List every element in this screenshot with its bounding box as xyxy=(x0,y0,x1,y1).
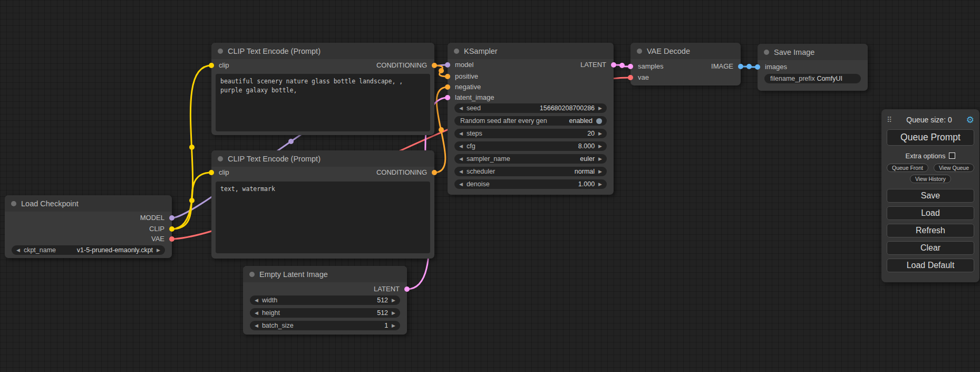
clip-slot-dot[interactable] xyxy=(169,226,174,232)
output-slot-vae[interactable]: VAE xyxy=(151,235,172,243)
clip-slot-dot[interactable] xyxy=(209,170,214,175)
load-default-button[interactable]: Load Default xyxy=(887,259,974,272)
latent-slot-dot[interactable] xyxy=(445,95,450,100)
negative-prompt-textarea[interactable]: text, watermark xyxy=(216,182,430,253)
height-widget[interactable]: ◀ height 512 ▶ xyxy=(250,308,400,318)
conditioning-slot-dot[interactable] xyxy=(432,170,437,175)
output-slot-conditioning[interactable]: CONDITIONING xyxy=(376,61,434,70)
node-title-bar[interactable]: VAE Decode xyxy=(630,43,741,59)
input-slot-positive[interactable]: positive xyxy=(448,72,478,81)
extra-options-checkbox[interactable] xyxy=(949,152,955,159)
output-slot-conditioning[interactable]: CONDITIONING xyxy=(376,168,434,177)
latent-slot-dot[interactable] xyxy=(404,287,410,292)
collapse-dot-icon[interactable] xyxy=(218,156,223,161)
decrement-arrow-icon[interactable]: ◀ xyxy=(255,298,258,303)
output-slot-image[interactable]: IMAGE xyxy=(711,62,741,71)
latent-slot-dot[interactable] xyxy=(628,64,633,69)
decrement-arrow-icon[interactable]: ◀ xyxy=(459,131,463,136)
width-widget[interactable]: ◀ width 512 ▶ xyxy=(250,295,400,305)
collapse-dot-icon[interactable] xyxy=(637,49,642,54)
output-slot-latent[interactable]: LATENT xyxy=(374,285,407,293)
prev-arrow-icon[interactable]: ◀ xyxy=(16,248,20,253)
node-title-bar[interactable]: KSampler xyxy=(448,43,614,59)
increment-arrow-icon[interactable]: ▶ xyxy=(392,298,395,303)
node-title-bar[interactable]: CLIP Text Encode (Prompt) xyxy=(211,150,434,167)
decrement-arrow-icon[interactable]: ◀ xyxy=(459,182,463,187)
filename-prefix-widget[interactable]: filename_prefix ComfyUI xyxy=(764,74,861,83)
image-slot-dot[interactable] xyxy=(738,64,743,69)
prev-arrow-icon[interactable]: ◀ xyxy=(459,157,463,161)
latent-slot-dot[interactable] xyxy=(611,62,616,68)
prev-arrow-icon[interactable]: ◀ xyxy=(459,169,463,174)
image-slot-dot[interactable] xyxy=(755,64,760,70)
node-clip-text-encode-positive[interactable]: CLIP Text Encode (Prompt) clip CONDITION… xyxy=(211,43,434,135)
increment-arrow-icon[interactable]: ▶ xyxy=(598,106,602,111)
decrement-arrow-icon[interactable]: ◀ xyxy=(255,323,258,328)
collapse-dot-icon[interactable] xyxy=(249,272,255,277)
node-title-bar[interactable]: Save Image xyxy=(758,44,868,60)
scheduler-widget[interactable]: ◀ scheduler normal ▶ xyxy=(454,167,607,176)
input-slot-latent-image[interactable]: latent_image xyxy=(448,93,494,102)
node-title-bar[interactable]: CLIP Text Encode (Prompt) xyxy=(211,43,434,59)
settings-gear-icon[interactable]: ⚙ xyxy=(966,116,974,125)
queue-front-button[interactable]: Queue Front xyxy=(887,164,928,172)
load-button[interactable]: Load xyxy=(887,206,974,220)
drag-handle-icon[interactable]: ⠿ xyxy=(887,116,892,124)
next-arrow-icon[interactable]: ▶ xyxy=(598,157,602,161)
cfg-widget[interactable]: ◀ cfg 8.000 ▶ xyxy=(454,141,607,151)
increment-arrow-icon[interactable]: ▶ xyxy=(392,323,395,328)
denoise-widget[interactable]: ◀ denoise 1.000 ▶ xyxy=(454,179,607,189)
input-slot-negative[interactable]: negative xyxy=(448,83,481,91)
input-slot-clip[interactable]: clip xyxy=(211,168,229,177)
node-title-bar[interactable]: Empty Latent Image xyxy=(243,266,407,282)
seed-widget[interactable]: ◀ seed 156680208700286 ▶ xyxy=(454,103,607,113)
increment-arrow-icon[interactable]: ▶ xyxy=(598,182,602,187)
node-empty-latent-image[interactable]: Empty Latent Image LATENT ◀ width 512 ▶ … xyxy=(243,266,407,335)
input-slot-vae[interactable]: vae xyxy=(630,73,649,82)
collapse-dot-icon[interactable] xyxy=(764,50,769,55)
node-title-bar[interactable]: Load Checkpoint xyxy=(5,195,172,212)
toggle-dot-icon[interactable] xyxy=(596,118,602,124)
input-slot-clip[interactable]: clip xyxy=(211,61,229,70)
output-slot-clip[interactable]: CLIP xyxy=(149,225,172,233)
ckpt-name-widget[interactable]: ◀ ckpt_name v1-5-pruned-emaonly.ckpt ▶ xyxy=(12,245,165,255)
clear-button[interactable]: Clear xyxy=(887,241,974,255)
conditioning-slot-dot[interactable] xyxy=(445,74,450,79)
input-slot-images[interactable]: images xyxy=(758,63,787,71)
queue-prompt-button[interactable]: Queue Prompt xyxy=(887,129,974,146)
output-slot-model[interactable]: MODEL xyxy=(140,214,172,222)
conditioning-slot-dot[interactable] xyxy=(432,63,437,68)
conditioning-slot-dot[interactable] xyxy=(445,84,450,90)
save-button[interactable]: Save xyxy=(887,189,974,203)
next-arrow-icon[interactable]: ▶ xyxy=(598,169,602,174)
view-history-button[interactable]: View History xyxy=(910,175,951,183)
node-save-image[interactable]: Save Image images filename_prefix ComfyU… xyxy=(758,44,868,91)
input-slot-model[interactable]: model xyxy=(448,61,473,69)
next-arrow-icon[interactable]: ▶ xyxy=(157,248,160,253)
random-seed-toggle-widget[interactable]: Random seed after every gen enabled xyxy=(454,116,607,126)
input-slot-samples[interactable]: samples xyxy=(630,62,663,71)
vae-slot-dot[interactable] xyxy=(628,75,633,80)
sampler-name-widget[interactable]: ◀ sampler_name euler ▶ xyxy=(454,154,607,164)
output-slot-latent[interactable]: LATENT xyxy=(580,61,614,69)
increment-arrow-icon[interactable]: ▶ xyxy=(392,311,395,316)
node-vae-decode[interactable]: VAE Decode samples vae IMAGE xyxy=(630,43,741,85)
node-clip-text-encode-negative[interactable]: CLIP Text Encode (Prompt) clip CONDITION… xyxy=(211,150,434,259)
steps-widget[interactable]: ◀ steps 20 ▶ xyxy=(454,129,607,138)
clip-slot-dot[interactable] xyxy=(209,63,214,68)
model-slot-dot[interactable] xyxy=(169,215,174,221)
view-queue-button[interactable]: View Queue xyxy=(934,164,974,172)
increment-arrow-icon[interactable]: ▶ xyxy=(598,144,602,149)
batch-size-widget[interactable]: ◀ batch_size 1 ▶ xyxy=(250,321,400,330)
decrement-arrow-icon[interactable]: ◀ xyxy=(459,144,463,149)
collapse-dot-icon[interactable] xyxy=(218,49,223,54)
node-ksampler[interactable]: KSampler model positive negative latent_… xyxy=(448,43,614,195)
positive-prompt-textarea[interactable]: beautiful scenery nature glass bottle la… xyxy=(216,74,430,131)
collapse-dot-icon[interactable] xyxy=(454,49,459,54)
collapse-dot-icon[interactable] xyxy=(11,201,16,206)
decrement-arrow-icon[interactable]: ◀ xyxy=(459,106,463,111)
refresh-button[interactable]: Refresh xyxy=(887,224,974,237)
decrement-arrow-icon[interactable]: ◀ xyxy=(255,311,258,316)
increment-arrow-icon[interactable]: ▶ xyxy=(598,131,602,136)
node-load-checkpoint[interactable]: Load Checkpoint MODEL CLIP VAE ◀ ckpt_na… xyxy=(5,195,172,258)
